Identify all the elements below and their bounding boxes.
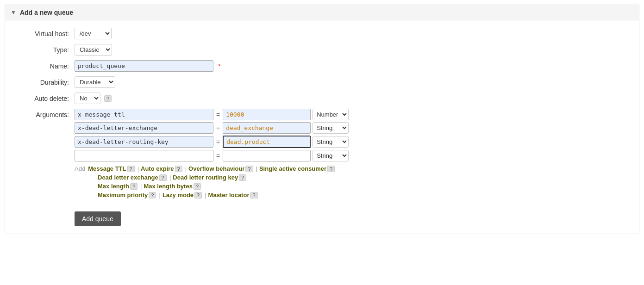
arg-type-3[interactable]: String Number Boolean bbox=[313, 136, 349, 148]
durability-label: Durability: bbox=[14, 76, 75, 86]
arguments-section: Arguments: = Number String Boolean bbox=[14, 109, 630, 200]
add-label: Add bbox=[75, 165, 85, 172]
arg-type-2[interactable]: String Number Boolean bbox=[313, 122, 349, 134]
type-row: Type: Classic Quorum Stream bbox=[14, 44, 630, 56]
equals-1: = bbox=[215, 111, 221, 118]
panel-title: Add a new queue bbox=[20, 9, 73, 16]
name-row: Name: * bbox=[14, 60, 630, 72]
type-label: Type: bbox=[14, 44, 75, 54]
hint-max-length-bytes[interactable]: Max length bytes bbox=[144, 183, 192, 190]
hints-line-3: Max length ? | Max length bytes ? bbox=[75, 183, 349, 190]
name-label: Name: bbox=[14, 60, 75, 70]
hint-q-max-priority[interactable]: ? bbox=[149, 192, 156, 198]
arg-value-2[interactable] bbox=[223, 122, 311, 134]
hint-overflow-behaviour[interactable]: Overflow behaviour bbox=[188, 165, 244, 172]
equals-2: = bbox=[215, 124, 221, 132]
virtual-host-control: /dev / /staging bbox=[75, 28, 112, 39]
hint-q-max-length-bytes[interactable]: ? bbox=[194, 183, 201, 190]
arg-row-3: = String Number Boolean bbox=[75, 136, 349, 148]
hint-auto-expire[interactable]: Auto expire bbox=[141, 165, 174, 172]
hint-q-master-locator[interactable]: ? bbox=[250, 192, 257, 198]
arguments-label: Arguments: bbox=[14, 109, 75, 118]
arguments-body: = Number String Boolean = String Num bbox=[75, 109, 349, 200]
hint-q-overflow[interactable]: ? bbox=[245, 166, 253, 172]
sep-7: | bbox=[205, 192, 206, 198]
hint-lazy-mode[interactable]: Lazy mode bbox=[163, 192, 194, 198]
hint-max-length[interactable]: Max length bbox=[98, 183, 129, 190]
sep-5: | bbox=[140, 183, 142, 190]
hints-container: Add Message TTL ? | Auto expire ? | Over… bbox=[75, 163, 349, 200]
hint-q-single-active[interactable]: ? bbox=[327, 166, 335, 172]
hint-dead-letter-routing-key[interactable]: Dead letter routing key bbox=[173, 174, 238, 181]
arg-key-4[interactable] bbox=[75, 150, 213, 161]
equals-3: = bbox=[215, 138, 221, 146]
arg-row-4: = String Number Boolean bbox=[75, 150, 349, 161]
type-control: Classic Quorum Stream bbox=[75, 44, 112, 56]
arg-row-1: = Number String Boolean bbox=[75, 109, 349, 120]
hint-message-ttl[interactable]: Message TTL bbox=[88, 165, 126, 172]
arg-type-4[interactable]: String Number Boolean bbox=[313, 150, 349, 161]
sep-3: | bbox=[256, 165, 257, 172]
hints-line-2: Dead letter exchange ? | Dead letter rou… bbox=[75, 174, 349, 181]
hint-q-message-ttl[interactable]: ? bbox=[127, 166, 135, 172]
hint-single-active-consumer[interactable]: Single active consumer bbox=[259, 165, 326, 172]
hints-line-4: Maximum priority ? | Lazy mode ? | Maste… bbox=[75, 192, 349, 198]
virtual-host-label: Virtual host: bbox=[14, 28, 75, 37]
arg-key-2[interactable] bbox=[75, 122, 213, 134]
hint-q-max-length[interactable]: ? bbox=[130, 183, 138, 190]
virtual-host-row: Virtual host: /dev / /staging bbox=[14, 28, 630, 39]
auto-delete-control: No Yes ? bbox=[75, 93, 113, 104]
hint-q-dead-exchange[interactable]: ? bbox=[159, 174, 167, 181]
panel-header: ▼ Add a new queue bbox=[5, 5, 639, 20]
auto-delete-select[interactable]: No Yes bbox=[75, 93, 100, 104]
name-control: * bbox=[75, 60, 220, 72]
add-queue-panel: ▼ Add a new queue Virtual host: /dev / /… bbox=[5, 5, 639, 234]
hint-q-auto-expire[interactable]: ? bbox=[175, 166, 182, 172]
collapse-arrow[interactable]: ▼ bbox=[11, 9, 16, 16]
arg-value-4[interactable] bbox=[223, 150, 311, 161]
sep-6: | bbox=[159, 192, 160, 198]
arg-value-1[interactable] bbox=[223, 109, 311, 120]
auto-delete-row: Auto delete: No Yes ? bbox=[14, 93, 630, 104]
hint-q-dead-routing[interactable]: ? bbox=[239, 174, 246, 181]
equals-4: = bbox=[215, 152, 221, 160]
hints-line-1: Add Message TTL ? | Auto expire ? | Over… bbox=[75, 165, 349, 172]
durability-row: Durability: Durable Transient bbox=[14, 76, 630, 88]
durability-control: Durable Transient bbox=[75, 76, 115, 88]
hint-dead-letter-exchange[interactable]: Dead letter exchange bbox=[98, 174, 158, 181]
arg-type-1[interactable]: Number String Boolean bbox=[313, 109, 349, 120]
durability-select[interactable]: Durable Transient bbox=[75, 76, 115, 88]
arg-key-3[interactable] bbox=[75, 136, 213, 148]
arg-key-1[interactable] bbox=[75, 109, 213, 120]
sep-4: | bbox=[169, 174, 171, 181]
required-indicator: * bbox=[218, 62, 220, 70]
sep-1: | bbox=[138, 165, 139, 172]
hint-q-lazy-mode[interactable]: ? bbox=[194, 192, 202, 198]
auto-delete-help[interactable]: ? bbox=[104, 95, 112, 102]
panel-body: Virtual host: /dev / /staging Type: Clas… bbox=[5, 20, 639, 234]
add-queue-button[interactable]: Add queue bbox=[75, 211, 121, 226]
type-select[interactable]: Classic Quorum Stream bbox=[75, 44, 112, 56]
arg-row-2: = String Number Boolean bbox=[75, 122, 349, 134]
virtual-host-select[interactable]: /dev / /staging bbox=[75, 28, 112, 39]
add-queue-row: Add queue bbox=[14, 205, 630, 226]
auto-delete-label: Auto delete: bbox=[14, 93, 75, 102]
hint-maximum-priority[interactable]: Maximum priority bbox=[98, 192, 148, 198]
name-input[interactable] bbox=[75, 60, 213, 72]
arg-value-3[interactable] bbox=[223, 136, 311, 148]
sep-2: | bbox=[185, 165, 187, 172]
hint-master-locator[interactable]: Master locator bbox=[208, 192, 250, 198]
